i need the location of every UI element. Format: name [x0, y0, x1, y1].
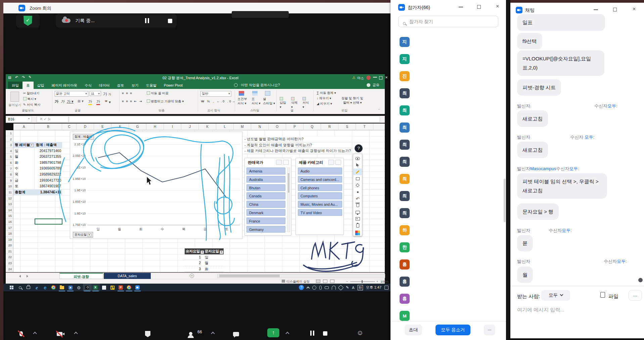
row-header[interactable]: 13	[6, 201, 13, 207]
conditional-format-button[interactable]: 조건부서식 ▾	[237, 97, 247, 106]
row-header[interactable]: 4	[6, 148, 13, 154]
row-header[interactable]: 21	[6, 248, 13, 254]
row-header[interactable]: 7	[6, 166, 13, 172]
sheet-tab[interactable]: DATA_sales	[104, 273, 151, 279]
annotation-tool-icon[interactable]	[353, 189, 362, 195]
row-header[interactable]: 24	[6, 266, 13, 272]
bold-button[interactable]: 가	[55, 99, 58, 104]
clear-filter-icon[interactable]	[335, 160, 341, 165]
row-header[interactable]: 15	[6, 213, 13, 219]
formula-input[interactable]	[69, 116, 380, 123]
account-avatar[interactable]	[366, 76, 371, 80]
halign-icons[interactable]: ≡ ≡ ≡ ⇤ ⇥	[122, 99, 142, 103]
row-header[interactable]: 10	[6, 183, 13, 189]
new-sheet-button[interactable]: +	[190, 274, 194, 278]
column-header[interactable]: A	[13, 124, 35, 130]
minimize-icon[interactable]	[594, 9, 598, 10]
annotation-help-icon[interactable]: ?	[355, 144, 363, 152]
ribbon-tab[interactable]: 데이터	[95, 82, 113, 89]
ribbon-tab[interactable]: 보기	[128, 82, 142, 89]
participant-search-input[interactable]: 참가자 찾기	[398, 16, 498, 27]
chat-button[interactable]	[232, 330, 240, 338]
pivot-chart[interactable]: 합계 : 매출액 2.1E+102.05E+102E+101.95E+101.9…	[70, 132, 242, 239]
taskbar-icon[interactable]	[24, 284, 33, 291]
collapse-ribbon-icon[interactable]: ⌃	[378, 108, 380, 112]
column-header[interactable]: I	[164, 124, 181, 130]
more-options-button[interactable]: ...	[484, 325, 495, 335]
insert-cells-button[interactable]: 삽입▾	[280, 97, 286, 109]
column-header[interactable]: C	[62, 124, 77, 130]
taskbar-icon[interactable]	[108, 284, 117, 291]
column-header[interactable]: H	[146, 124, 164, 130]
slicer-country[interactable]: 판매국가 ArmeniaAustraliaBhutanCanadaChinaDe…	[244, 158, 291, 236]
column-header[interactable]: K	[199, 124, 216, 130]
taskbar-icon[interactable]	[83, 284, 91, 291]
autosum-button[interactable]: ∑ 자동 합계 ▾	[317, 91, 336, 95]
annotation-tool-icon[interactable]	[353, 168, 362, 175]
fill-color-button[interactable]: 가	[88, 99, 92, 105]
horizontal-scrollbar[interactable]	[217, 274, 385, 278]
merge-center-button[interactable]: 병합하고 가운데 맞춤 ▾	[147, 99, 184, 104]
qat-redo-icon[interactable]: ↷	[22, 75, 25, 80]
next-sheet-icon[interactable]	[27, 275, 28, 278]
tray-chevron-icon[interactable]	[307, 286, 310, 290]
annotation-tool-icon[interactable]	[353, 182, 362, 189]
qat-ink-icon[interactable]: ✎	[29, 75, 31, 79]
participant-avatar[interactable]: 한	[400, 242, 410, 252]
font-color-button[interactable]: 가	[96, 99, 100, 105]
paste-button[interactable]: 붙여넣기	[8, 103, 21, 107]
font-name-select[interactable]: 맑은 고딕 ▾	[55, 91, 88, 97]
minimize-icon[interactable]	[459, 7, 463, 7]
participant-avatar[interactable]: 최	[400, 157, 410, 167]
participant-avatar[interactable]: 최	[400, 140, 410, 150]
column-header[interactable]: O	[269, 124, 286, 130]
annotation-tool-icon[interactable]	[353, 229, 362, 237]
column-header[interactable]: D	[77, 124, 94, 130]
ime-latin[interactable]: A	[352, 286, 354, 290]
multiselect-icon[interactable]	[328, 160, 334, 165]
taskbar-icon[interactable]	[16, 284, 24, 291]
ribbon-tab[interactable]: 파일	[8, 82, 22, 89]
clear-button[interactable]: ◢ 지우기 ▾	[317, 102, 332, 106]
alert-icon[interactable]: ⚠	[352, 76, 356, 80]
column-header[interactable]: R	[321, 124, 338, 130]
file-button[interactable]: 파일	[608, 293, 618, 300]
column-header[interactable]: M	[234, 124, 251, 130]
participant-avatar[interactable]: 최	[400, 174, 410, 184]
zoom-level[interactable]: 100%	[380, 280, 388, 283]
row-header[interactable]: 9	[6, 178, 13, 184]
multiselect-icon[interactable]	[276, 160, 282, 165]
participant-avatar[interactable]: 홍	[400, 277, 410, 287]
slicer-item[interactable]: Germany	[246, 226, 285, 233]
taskbar-icon[interactable]	[75, 284, 83, 291]
slicer-item[interactable]: TV and Video	[298, 209, 342, 216]
italic-button[interactable]: 가	[61, 99, 64, 104]
fill-button[interactable]: ↓ 채우기 ▾	[317, 96, 331, 101]
column-header[interactable]: N	[251, 124, 269, 130]
slicer-item[interactable]: Australia	[246, 176, 285, 183]
participant-avatar[interactable]: 홍	[400, 294, 410, 304]
recipient-select[interactable]: 모두	[541, 290, 570, 301]
row-header[interactable]: 16	[6, 219, 13, 225]
column-header[interactable]: B	[35, 124, 62, 130]
slicer-item[interactable]: Bhutan	[246, 184, 285, 191]
taskbar-icon[interactable]	[66, 284, 75, 291]
mute-button[interactable]	[16, 329, 26, 338]
participant-avatar[interactable]: 하	[400, 225, 410, 235]
slicer-item[interactable]: Computers	[298, 192, 342, 199]
wifi-icon[interactable]	[332, 286, 336, 290]
prev-sheet-icon[interactable]	[19, 275, 21, 278]
pen-tray-icon[interactable]: ✎	[346, 285, 349, 290]
stop-recording-button[interactable]	[168, 18, 172, 25]
cut-button[interactable]: ✂ 잘라내기	[23, 91, 40, 96]
tell-me-box[interactable]: 어떤 작업을 원하시나요?	[241, 83, 280, 88]
excel-minimize-button[interactable]	[373, 77, 377, 78]
row-header[interactable]: 17	[6, 225, 13, 231]
format-cells-button[interactable]: 서식▾	[303, 97, 309, 109]
taskbar-icon[interactable]	[133, 284, 142, 291]
participant-avatar[interactable]: 최	[400, 208, 410, 218]
participant-avatar[interactable]: 최	[400, 123, 410, 133]
clock[interactable]: 오후 1:47	[366, 285, 381, 290]
name-box[interactable]: B16▾	[6, 116, 32, 123]
taskbar-icon[interactable]	[41, 284, 49, 291]
